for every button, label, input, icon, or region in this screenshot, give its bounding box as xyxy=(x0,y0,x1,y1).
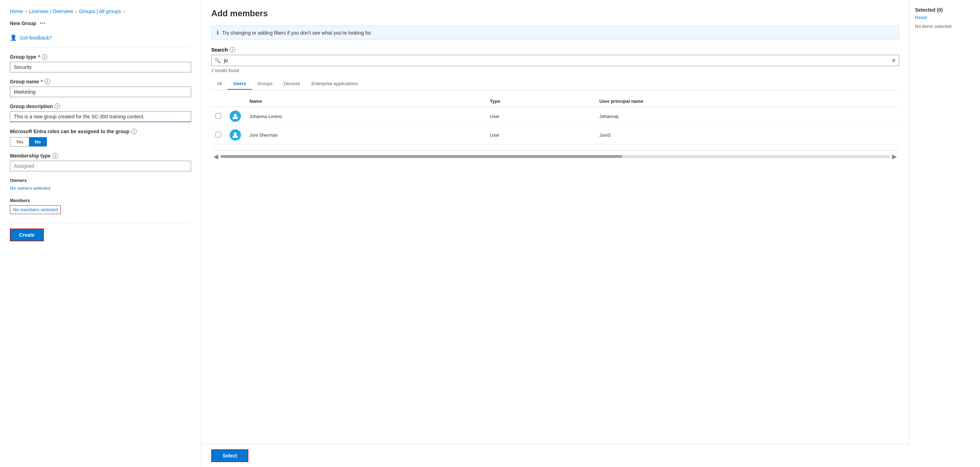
results-count: 2 results found xyxy=(211,68,899,73)
entra-roles-label: Microsoft Entra roles can be assigned to… xyxy=(10,129,191,134)
info-banner-icon: ℹ xyxy=(216,29,219,36)
row-checkbox-cell xyxy=(211,107,225,126)
search-box: 🔍 ✕ xyxy=(211,55,899,66)
search-label-row: Search i xyxy=(211,47,899,52)
row-checkbox-cell xyxy=(211,126,225,145)
row-name: Joni Sherman xyxy=(245,126,486,145)
table-header-upn: User principal name xyxy=(595,96,899,107)
select-button[interactable]: Select xyxy=(211,450,248,462)
feedback-icon: 👤 xyxy=(10,34,17,41)
toggle-row: Yes No xyxy=(10,137,191,146)
group-type-info-icon[interactable]: i xyxy=(42,54,47,60)
members-link[interactable]: No members selected xyxy=(10,205,61,214)
scrollbar-row: ◀ ▶ xyxy=(211,150,899,162)
members-label: Members xyxy=(10,198,191,203)
add-members-wrapper: Add members ℹ Try changing or adding fil… xyxy=(201,0,909,467)
row-name: Johanna Lorenz xyxy=(245,107,486,126)
scroll-right-arrow[interactable]: ▶ xyxy=(890,152,899,160)
breadcrumb-licenses[interactable]: Licenses | Overview xyxy=(29,8,73,14)
members-section: Members No members selected xyxy=(10,198,191,214)
group-desc-label: Group description i xyxy=(10,103,191,109)
row-upn: JohannaL xyxy=(595,107,899,126)
table-row: Johanna Lorenz User JohannaL xyxy=(211,107,899,126)
owners-section: Owners No owners selected xyxy=(10,178,191,191)
table-header-name: Name xyxy=(245,96,486,107)
tab-all[interactable]: All xyxy=(211,78,228,90)
breadcrumb: Home › Licenses | Overview › Groups | Al… xyxy=(10,8,191,14)
feedback-link[interactable]: Got feedback? xyxy=(20,35,52,41)
entra-roles-section: Microsoft Entra roles can be assigned to… xyxy=(10,129,191,146)
membership-type-info-icon[interactable]: i xyxy=(52,153,58,159)
toggle-button: Yes No xyxy=(10,137,47,146)
info-banner-text: Try changing or adding filters if you do… xyxy=(222,30,372,36)
table-header-type: Type xyxy=(486,96,595,107)
group-name-info-icon[interactable]: i xyxy=(45,79,50,84)
no-items-text: No items selected xyxy=(915,24,974,29)
search-info-icon[interactable]: i xyxy=(230,47,235,52)
row-type: User xyxy=(486,126,595,145)
table-row: Joni Sherman User JoniS xyxy=(211,126,899,145)
toggle-yes[interactable]: Yes xyxy=(10,137,29,146)
row-avatar-cell xyxy=(225,126,245,145)
reset-link[interactable]: Reset xyxy=(915,15,974,20)
page-title: New Group xyxy=(10,21,37,26)
search-icon: 🔍 xyxy=(215,57,220,63)
selected-title: Selected (0) xyxy=(915,7,974,13)
member-avatar xyxy=(230,129,241,141)
create-button[interactable]: Create xyxy=(10,229,44,241)
left-panel: Home › Licenses | Overview › Groups | Al… xyxy=(0,0,201,467)
add-members-title: Add members xyxy=(211,8,899,18)
group-desc-info-icon[interactable]: i xyxy=(54,103,60,109)
tabs-row: All Users Groups Devices Enterprise appl… xyxy=(211,78,899,90)
scrollbar-track[interactable] xyxy=(220,155,890,158)
membership-type-label: Membership type i xyxy=(10,153,191,159)
group-desc-section: Group description i xyxy=(10,103,191,122)
tab-users[interactable]: Users xyxy=(228,78,251,90)
owners-label: Owners xyxy=(10,178,191,183)
info-banner: ℹ Try changing or adding filters if you … xyxy=(211,25,899,40)
group-type-input[interactable] xyxy=(10,62,191,72)
member-avatar xyxy=(230,111,241,122)
row-type: User xyxy=(486,107,595,126)
members-table: Name Type User principal name xyxy=(211,96,899,145)
selected-panel: Selected (0) Reset No items selected xyxy=(909,0,980,467)
breadcrumb-home[interactable]: Home xyxy=(10,8,23,14)
scroll-left-arrow[interactable]: ◀ xyxy=(211,152,220,160)
group-name-section: Group name * i xyxy=(10,79,191,97)
search-input[interactable] xyxy=(222,55,891,66)
create-btn-row: Create xyxy=(10,222,191,241)
breadcrumb-groups[interactable]: Groups | All groups xyxy=(79,8,121,14)
toggle-no[interactable]: No xyxy=(29,137,46,146)
group-type-label: Group type * i xyxy=(10,54,191,60)
clear-search-icon[interactable]: ✕ xyxy=(891,57,896,64)
membership-type-input[interactable] xyxy=(10,161,191,172)
svg-point-1 xyxy=(234,132,237,135)
select-btn-row: Select xyxy=(201,444,909,467)
svg-point-0 xyxy=(234,114,237,117)
table-header-avatar-spacer xyxy=(225,96,245,107)
row-checkbox-0[interactable] xyxy=(215,113,221,119)
scrollbar-thumb xyxy=(220,155,622,158)
page-title-row: New Group ··· xyxy=(10,19,191,27)
group-desc-input[interactable] xyxy=(10,111,191,122)
tab-enterprise-apps[interactable]: Enterprise applications xyxy=(305,78,364,90)
owners-link[interactable]: No owners selected xyxy=(10,186,50,191)
row-upn: JoniS xyxy=(595,126,899,145)
add-members-main: Add members ℹ Try changing or adding fil… xyxy=(201,0,909,444)
row-checkbox-1[interactable] xyxy=(215,132,221,137)
tab-groups[interactable]: Groups xyxy=(252,78,278,90)
feedback-row: 👤 Got feedback? xyxy=(10,34,191,47)
group-name-label: Group name * i xyxy=(10,79,191,84)
group-type-section: Group type * i xyxy=(10,54,191,72)
right-panel: Add members ℹ Try changing or adding fil… xyxy=(201,0,980,467)
group-name-input[interactable] xyxy=(10,87,191,97)
tab-devices[interactable]: Devices xyxy=(278,78,305,90)
membership-type-section: Membership type i xyxy=(10,153,191,172)
row-avatar-cell xyxy=(225,107,245,126)
ellipsis-menu[interactable]: ··· xyxy=(40,19,46,27)
table-header-checkbox xyxy=(211,96,225,107)
entra-roles-info-icon[interactable]: i xyxy=(131,129,137,134)
